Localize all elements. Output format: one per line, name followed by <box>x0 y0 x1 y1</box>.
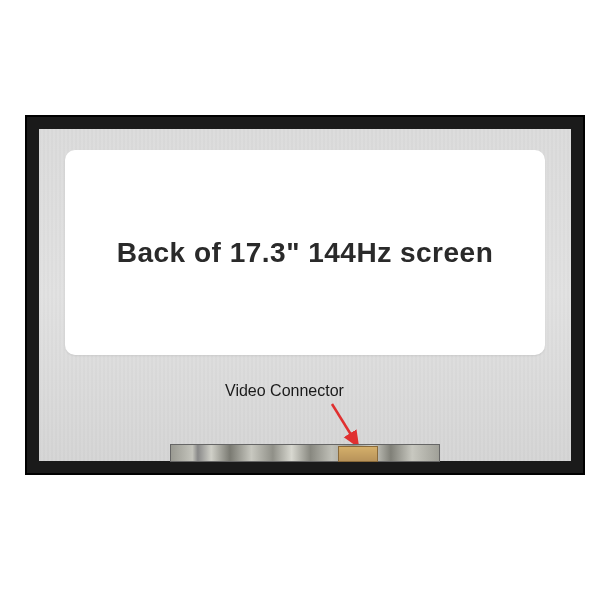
description-label-area: Back of 17.3" 144Hz screen <box>65 150 545 355</box>
video-connector-label: Video Connector <box>225 382 344 400</box>
main-description-text: Back of 17.3" 144Hz screen <box>117 237 493 269</box>
pcb-connector-strip <box>170 444 440 462</box>
video-connector-port <box>338 446 378 462</box>
